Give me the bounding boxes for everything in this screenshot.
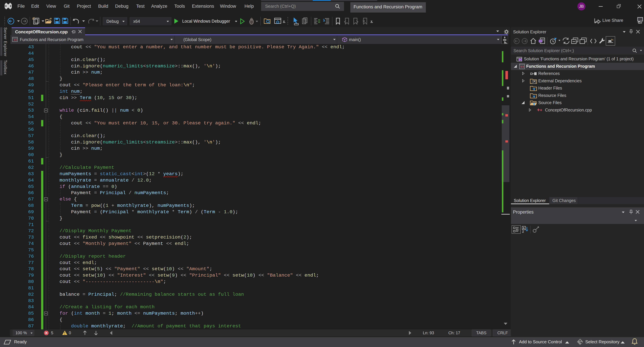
svg-text:Z: Z	[522, 230, 524, 233]
svg-text:A: A	[523, 227, 525, 230]
svg-text:++: ++	[520, 65, 524, 69]
